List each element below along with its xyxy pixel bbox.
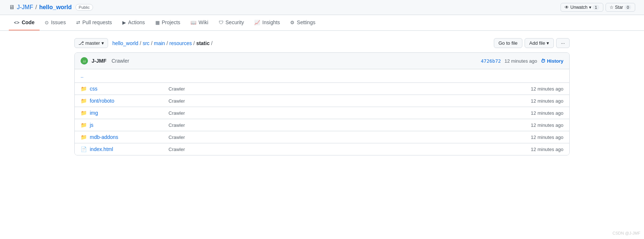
breadcrumb-part-2[interactable]: main	[154, 40, 165, 46]
folder-icon: 📁	[81, 134, 87, 140]
branch-icon: ⎇	[78, 40, 84, 46]
add-file-button[interactable]: Add file ▾	[525, 38, 554, 48]
history-button[interactable]: ⏱ History	[541, 58, 563, 64]
file-name-img[interactable]: img	[90, 110, 98, 116]
table-row: 📁 font/roboto Crawler 12 minutes ago	[75, 95, 569, 107]
time-index-html: 12 minutes ago	[497, 147, 563, 152]
folder-icon: 📁	[81, 110, 87, 116]
repo-icon: 🖥	[9, 4, 15, 11]
actions-icon: ▶	[122, 20, 126, 25]
tab-insights[interactable]: 📈 Insights	[249, 15, 285, 30]
tab-wiki[interactable]: 📖 Wiki	[185, 15, 213, 30]
time-font-roboto: 12 minutes ago	[497, 98, 563, 104]
commit-msg-font-roboto[interactable]: Crawler	[169, 98, 497, 104]
repo-name-link[interactable]: hello_world	[39, 4, 72, 11]
projects-icon: ▦	[155, 20, 160, 25]
settings-icon: ⚙	[290, 20, 295, 25]
eye-icon: 👁	[565, 5, 569, 10]
unwatch-button[interactable]: 👁 Unwatch ▾ 1	[560, 3, 603, 12]
avatar: JJ	[81, 57, 88, 65]
file-table: JJ J-JMF Crawler 4726b72 12 minutes ago …	[74, 52, 570, 155]
commit-msg-css[interactable]: Crawler	[169, 86, 497, 92]
file-name-mdb-addons[interactable]: mdb-addons	[90, 134, 118, 140]
star-button[interactable]: ☆ Star 0	[606, 3, 635, 12]
org-link[interactable]: J-JMF	[17, 4, 33, 11]
file-actions: Go to file Add file ▾ ···	[494, 38, 570, 48]
insights-icon: 📈	[254, 20, 260, 25]
svg-text:JJ: JJ	[83, 60, 86, 63]
folder-icon: 📁	[81, 86, 87, 92]
latest-commit-row: JJ J-JMF Crawler 4726b72 12 minutes ago …	[75, 53, 569, 69]
file-header: ⎇ master ▾ hello_world / src / main / re…	[74, 38, 570, 48]
table-row: 📁 mdb-addons Crawler 12 minutes ago	[75, 131, 569, 143]
breadcrumb-part-0[interactable]: hello_world	[112, 40, 138, 46]
table-row: 📄 index.html Crawler 12 minutes ago	[75, 143, 569, 155]
file-icon: 📄	[81, 146, 87, 152]
branch-selector[interactable]: ⎇ master ▾	[74, 38, 108, 48]
file-name-css[interactable]: css	[90, 86, 97, 92]
code-icon: <>	[14, 20, 19, 25]
issues-icon: ⊙	[45, 20, 49, 25]
breadcrumb-part-1[interactable]: src	[143, 40, 149, 46]
history-icon: ⏱	[541, 58, 545, 64]
file-name-index-html[interactable]: index.html	[90, 146, 113, 152]
more-options-button[interactable]: ···	[556, 38, 570, 48]
file-name-font-roboto[interactable]: font/roboto	[90, 98, 114, 104]
separator: /	[35, 4, 37, 11]
tab-actions[interactable]: ▶ Actions	[117, 15, 150, 30]
go-to-file-button[interactable]: Go to file	[494, 38, 522, 48]
time-css: 12 minutes ago	[497, 86, 563, 92]
commit-msg-mdb-addons[interactable]: Crawler	[169, 135, 497, 140]
breadcrumb-part-3[interactable]: resources	[169, 40, 192, 46]
folder-icon: 📁	[81, 98, 87, 104]
table-row: 📁 img Crawler 12 minutes ago	[75, 107, 569, 119]
tab-settings[interactable]: ⚙ Settings	[285, 15, 321, 30]
tab-projects[interactable]: ▦ Projects	[150, 15, 186, 30]
wiki-icon: 📖	[190, 20, 196, 25]
tab-code[interactable]: <> Code	[9, 15, 40, 30]
repo-nav: <> Code ⊙ Issues ⇄ Pull requests ▶ Actio…	[0, 15, 644, 31]
tab-security[interactable]: 🛡 Security	[214, 15, 249, 30]
pull-request-icon: ⇄	[76, 20, 80, 25]
breadcrumb-current: static	[196, 40, 210, 46]
file-name-js[interactable]: js	[90, 122, 93, 128]
commit-msg-img[interactable]: Crawler	[169, 110, 497, 116]
parent-dir-row[interactable]: ..	[75, 69, 569, 83]
breadcrumb: hello_world / src / main / resources / s…	[112, 40, 214, 46]
time-mdb-addons: 12 minutes ago	[497, 135, 563, 140]
unwatch-chevron: ▾	[589, 5, 591, 10]
public-badge: Public	[75, 4, 93, 11]
star-icon: ☆	[610, 5, 614, 10]
table-row: 📁 css Crawler 12 minutes ago	[75, 83, 569, 95]
time-js: 12 minutes ago	[497, 122, 563, 128]
commit-msg-index-html[interactable]: Crawler	[169, 147, 497, 152]
add-file-chevron: ▾	[547, 40, 549, 46]
commit-msg-js[interactable]: Crawler	[169, 122, 497, 128]
security-icon: 🛡	[219, 20, 223, 25]
table-row: 📁 js Crawler 12 minutes ago	[75, 119, 569, 131]
tab-pull-requests[interactable]: ⇄ Pull requests	[71, 15, 117, 30]
tab-issues[interactable]: ⊙ Issues	[40, 15, 71, 30]
folder-icon: 📁	[81, 122, 87, 128]
time-img: 12 minutes ago	[497, 110, 563, 116]
repo-actions: 👁 Unwatch ▾ 1 ☆ Star 0	[560, 3, 635, 12]
branch-chevron: ▾	[101, 40, 104, 46]
